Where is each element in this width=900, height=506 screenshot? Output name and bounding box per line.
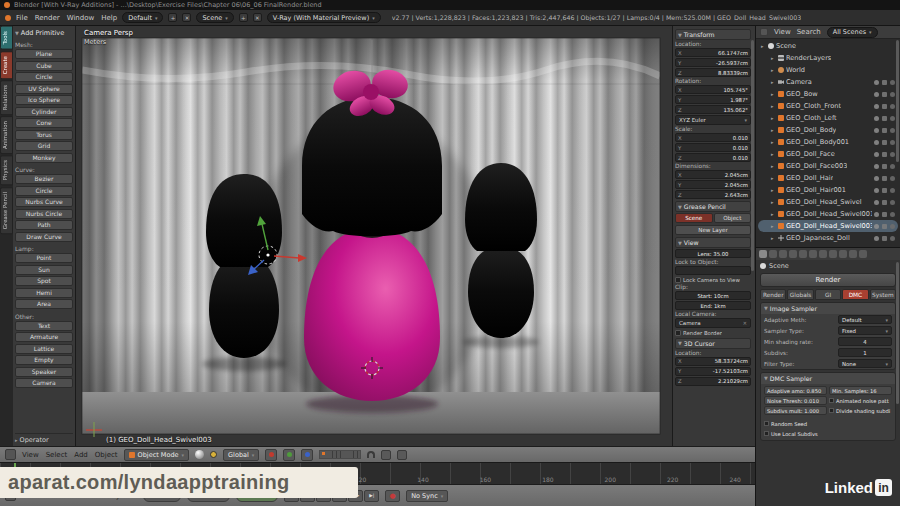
- close-layout-button[interactable]: ✕: [182, 13, 191, 22]
- outliner-editor-icon[interactable]: [760, 28, 768, 36]
- constraints-tab-icon[interactable]: [809, 250, 817, 258]
- image-sampler-panel-header[interactable]: ▼ Image Sampler: [761, 303, 895, 314]
- add-other-button[interactable]: Text: [15, 321, 73, 331]
- draw-curve-button[interactable]: Draw Curve: [15, 232, 73, 242]
- add-mesh-button[interactable]: Grid: [15, 141, 73, 151]
- shelf-tab[interactable]: Relations: [0, 80, 13, 115]
- add-curve-button[interactable]: Nurbs Circle: [15, 209, 73, 219]
- add-curve-button[interactable]: Circle: [15, 186, 73, 196]
- add-other-button[interactable]: Armature: [15, 332, 73, 342]
- setting-control[interactable]: 4 ▾: [838, 337, 892, 346]
- menu-item[interactable]: Add: [74, 451, 88, 459]
- add-mesh-button[interactable]: Cylinder: [15, 107, 73, 117]
- expand-icon[interactable]: ▸: [771, 235, 776, 241]
- add-lamp-button[interactable]: Spot: [15, 276, 73, 286]
- add-other-button[interactable]: Empty: [15, 355, 73, 365]
- menu-item[interactable]: Select: [46, 451, 68, 459]
- scrollbar[interactable]: [896, 40, 899, 162]
- viewport-3d[interactable]: Camera Persp Meters (1) GEO_Doll_Head_Sw…: [76, 26, 672, 446]
- cursor-field[interactable]: Y-17.52103cm: [675, 367, 751, 376]
- expand-icon[interactable]: ▸: [771, 67, 776, 73]
- dmc-setting[interactable]: Use Local Subdivs: [764, 429, 892, 438]
- visibility-toggles[interactable]: [874, 224, 895, 229]
- setting-control[interactable]: None ▾: [838, 359, 892, 368]
- outliner-item[interactable]: ▸ GEO_Cloth_Left: [758, 112, 898, 124]
- menu-item[interactable]: Window: [67, 14, 95, 22]
- location-field[interactable]: X66.1747cm: [675, 48, 751, 57]
- expand-icon[interactable]: ▸: [771, 211, 776, 217]
- outliner-item[interactable]: ▸ GEO_Doll_Body: [758, 124, 898, 136]
- scale-field[interactable]: X0.010: [675, 133, 751, 142]
- menu-item[interactable]: View: [22, 451, 39, 459]
- opengl-render-icon[interactable]: [381, 450, 391, 460]
- lock-object-field[interactable]: [675, 266, 751, 275]
- transform-orientation-dropdown[interactable]: Global ▾: [223, 449, 259, 461]
- add-lamp-button[interactable]: Sun: [15, 265, 73, 275]
- gp-scene-button[interactable]: Scene: [675, 213, 713, 223]
- shelf-tab[interactable]: Tools: [0, 26, 13, 50]
- shelf-tab[interactable]: Create: [0, 51, 13, 79]
- scene-tab-icon[interactable]: [779, 250, 787, 258]
- playback-button[interactable]: ▶|: [364, 490, 379, 502]
- expand-icon[interactable]: ▸: [771, 103, 776, 109]
- visibility-toggles[interactable]: [874, 164, 895, 169]
- add-other-button[interactable]: Lattice: [15, 344, 73, 354]
- expand-icon[interactable]: ▸: [771, 163, 776, 169]
- vray-settings-tab[interactable]: Render: [760, 289, 786, 300]
- expand-icon[interactable]: ▸: [771, 187, 776, 193]
- dmc-setting[interactable]: Animated noise patt: [829, 396, 892, 405]
- gp-object-button[interactable]: Object: [714, 213, 752, 223]
- outliner-item[interactable]: ▸ GEO_Doll_Hair001: [758, 184, 898, 196]
- lens-field[interactable]: Lens: 35.00: [675, 249, 751, 258]
- add-mesh-button[interactable]: Cube: [15, 61, 73, 71]
- visibility-toggles[interactable]: [874, 212, 895, 217]
- outliner-item[interactable]: ▸ Scene: [758, 40, 898, 52]
- add-scene-button[interactable]: +: [239, 13, 248, 22]
- pivot-center-icon[interactable]: [210, 451, 217, 458]
- outliner-scope-dropdown[interactable]: All Scenes ▾: [827, 27, 878, 38]
- menu-item[interactable]: Object: [95, 451, 118, 459]
- menu-item[interactable]: Render: [35, 14, 60, 22]
- add-layout-button[interactable]: +: [168, 13, 177, 22]
- add-mesh-button[interactable]: Ico Sphere: [15, 95, 73, 105]
- grease-pencil-panel-header[interactable]: ▼ Grease Pencil: [675, 201, 751, 212]
- close-scene-button[interactable]: ✕: [253, 13, 262, 22]
- expand-icon[interactable]: ▸: [771, 79, 776, 85]
- add-mesh-button[interactable]: Monkey: [15, 153, 73, 163]
- visibility-toggles[interactable]: [874, 104, 895, 109]
- outliner-item[interactable]: ▸ GEO_Doll_Head_Swivel: [758, 196, 898, 208]
- object-tab-icon[interactable]: [799, 250, 807, 258]
- scene-dropdown[interactable]: Scene ▾: [196, 12, 233, 23]
- expand-icon[interactable]: ▸: [771, 115, 776, 121]
- snap-magnet-icon[interactable]: [367, 451, 375, 458]
- add-lamp-button[interactable]: Hemi: [15, 288, 73, 298]
- cursor-field[interactable]: Z2.21029cm: [675, 377, 751, 386]
- expand-icon[interactable]: ▸: [771, 127, 776, 133]
- clip-end-field[interactable]: End: 1km: [675, 301, 751, 310]
- vray-settings-tab[interactable]: DMC: [842, 289, 868, 300]
- dimension-field[interactable]: X2.045cm: [675, 170, 751, 179]
- render-border-checkbox[interactable]: Render Border: [675, 330, 751, 336]
- clip-start-field[interactable]: Start: 10cm: [675, 291, 751, 300]
- modifiers-tab-icon[interactable]: [819, 250, 827, 258]
- visibility-toggles[interactable]: [874, 188, 895, 193]
- viewport-shading-icon[interactable]: [195, 450, 204, 459]
- outliner-item[interactable]: ▸ GEO_Japanese_Doll: [758, 232, 898, 244]
- material-tab-icon[interactable]: [839, 250, 847, 258]
- outliner-item[interactable]: ▸ RenderLayers: [758, 52, 898, 64]
- physics-tab-icon[interactable]: [859, 250, 867, 258]
- expand-icon[interactable]: ▸: [771, 139, 776, 145]
- shelf-tab[interactable]: Physics: [0, 155, 13, 185]
- location-field[interactable]: Z8.83339cm: [675, 68, 751, 77]
- lock-camera-checkbox[interactable]: Lock Camera to View: [675, 277, 751, 283]
- outliner-item[interactable]: ▸ GEO_Doll_Hair: [758, 172, 898, 184]
- texture-tab-icon[interactable]: [849, 250, 857, 258]
- expand-icon[interactable]: ▸: [761, 43, 766, 49]
- world-tab-icon[interactable]: [789, 250, 797, 258]
- outliner-item[interactable]: ▸ GEO_Bow: [758, 88, 898, 100]
- expand-icon[interactable]: ▸: [771, 199, 776, 205]
- add-other-button[interactable]: Speaker: [15, 367, 73, 377]
- expand-icon[interactable]: ▸: [771, 91, 776, 97]
- cursor-field[interactable]: X58.33724cm: [675, 357, 751, 366]
- local-camera-field[interactable]: Camera ✕: [675, 318, 751, 328]
